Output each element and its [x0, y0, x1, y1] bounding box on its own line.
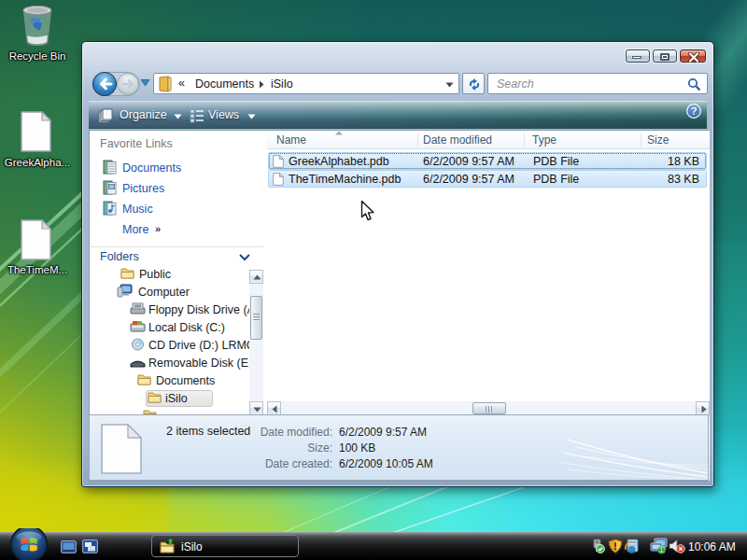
svg-text:?: ? [691, 105, 698, 117]
